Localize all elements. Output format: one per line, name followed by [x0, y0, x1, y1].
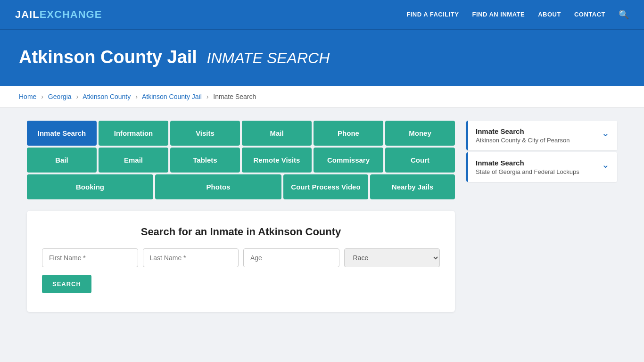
tab-photos[interactable]: Photos — [155, 174, 281, 199]
sep4: › — [206, 93, 209, 100]
tab-booking[interactable]: Booking — [27, 174, 153, 199]
search-icon[interactable]: 🔍 — [619, 9, 629, 20]
tab-money[interactable]: Money — [385, 121, 455, 146]
sidebar-card-georgia-title: Inmate Search — [476, 159, 579, 167]
chevron-down-icon-2: ⌄ — [602, 159, 610, 170]
race-select[interactable]: Race White Black Hispanic Asian Other — [344, 248, 440, 267]
page-title: Atkinson County Jail INMATE SEARCH — [19, 47, 625, 67]
sidebar-card-georgia-header[interactable]: Inmate Search State of Georgia and Feder… — [466, 152, 617, 182]
tab-information[interactable]: Information — [99, 121, 168, 146]
logo-jail: JAIL — [15, 8, 40, 20]
age-input[interactable] — [243, 248, 339, 267]
tab-court-process-video[interactable]: Court Process Video — [283, 174, 368, 199]
tab-visits[interactable]: Visits — [170, 121, 240, 146]
breadcrumb: Home › Georgia › Atkinson County › Atkin… — [0, 86, 644, 107]
tab-mail[interactable]: Mail — [242, 121, 312, 146]
nav-find-inmate[interactable]: FIND AN INMATE — [472, 11, 525, 18]
tab-remote-visits[interactable]: Remote Visits — [242, 148, 312, 173]
breadcrumb-atkinson-county[interactable]: Atkinson County — [83, 93, 131, 100]
tab-bail[interactable]: Bail — [27, 148, 97, 173]
tab-inmate-search[interactable]: Inmate Search — [27, 121, 97, 146]
page-title-sub: INMATE SEARCH — [206, 49, 330, 66]
tab-tablets[interactable]: Tablets — [170, 148, 240, 173]
tab-email[interactable]: Email — [99, 148, 168, 173]
search-button[interactable]: SEARCH — [42, 275, 91, 293]
nav-contact[interactable]: CONTACT — [574, 11, 605, 18]
hero-section: Atkinson County Jail INMATE SEARCH — [0, 30, 644, 86]
search-box: Search for an Inmate in Atkinson County … — [27, 211, 455, 312]
sidebar-card-georgia-subtitle: State of Georgia and Federal Lockups — [476, 168, 579, 175]
tab-nearby-jails[interactable]: Nearby Jails — [370, 174, 455, 199]
sep1: › — [41, 93, 43, 100]
breadcrumb-inmate-search: Inmate Search — [213, 93, 256, 100]
site-logo[interactable]: JAILEXCHANGE — [15, 8, 102, 21]
tab-phone[interactable]: Phone — [314, 121, 383, 146]
sidebar-card-atkinson-subtitle: Atkinson County & City of Pearson — [476, 137, 570, 144]
sidebar-card-georgia-text: Inmate Search State of Georgia and Feder… — [476, 159, 579, 175]
tab-court[interactable]: Court — [385, 148, 455, 173]
sidebar-card-atkinson-header[interactable]: Inmate Search Atkinson County & City of … — [466, 121, 617, 150]
navbar: JAILEXCHANGE FIND A FACILITY FIND AN INM… — [0, 0, 644, 30]
chevron-down-icon: ⌄ — [602, 127, 610, 139]
search-fields: Race White Black Hispanic Asian Other — [42, 248, 440, 267]
sep2: › — [76, 93, 79, 100]
logo-exchange: EXCHANGE — [40, 8, 102, 20]
first-name-input[interactable] — [42, 248, 138, 267]
nav-about[interactable]: ABOUT — [538, 11, 561, 18]
sep3: › — [135, 93, 138, 100]
right-column: Inmate Search Atkinson County & City of … — [466, 121, 617, 312]
last-name-input[interactable] — [143, 248, 239, 267]
tabs-grid: Inmate Search Information Visits Mail Ph… — [27, 121, 455, 199]
nav-find-facility[interactable]: FIND A FACILITY — [406, 11, 459, 18]
main-content: Inmate Search Information Visits Mail Ph… — [16, 107, 628, 325]
breadcrumb-georgia[interactable]: Georgia — [48, 93, 72, 100]
sidebar-card-atkinson-title: Inmate Search — [476, 127, 570, 135]
left-column: Inmate Search Information Visits Mail Ph… — [27, 121, 455, 312]
breadcrumb-atkinson-county-jail[interactable]: Atkinson County Jail — [142, 93, 202, 100]
page-title-main: Atkinson County Jail — [19, 47, 197, 67]
tab-commissary[interactable]: Commissary — [314, 148, 383, 173]
search-title: Search for an Inmate in Atkinson County — [42, 226, 440, 238]
sidebar-card-atkinson-text: Inmate Search Atkinson County & City of … — [476, 127, 570, 144]
nav-links: FIND A FACILITY FIND AN INMATE ABOUT CON… — [406, 9, 629, 20]
breadcrumb-home[interactable]: Home — [19, 93, 36, 100]
sidebar-card-georgia: Inmate Search State of Georgia and Feder… — [466, 152, 617, 182]
sidebar-card-atkinson: Inmate Search Atkinson County & City of … — [466, 121, 617, 150]
